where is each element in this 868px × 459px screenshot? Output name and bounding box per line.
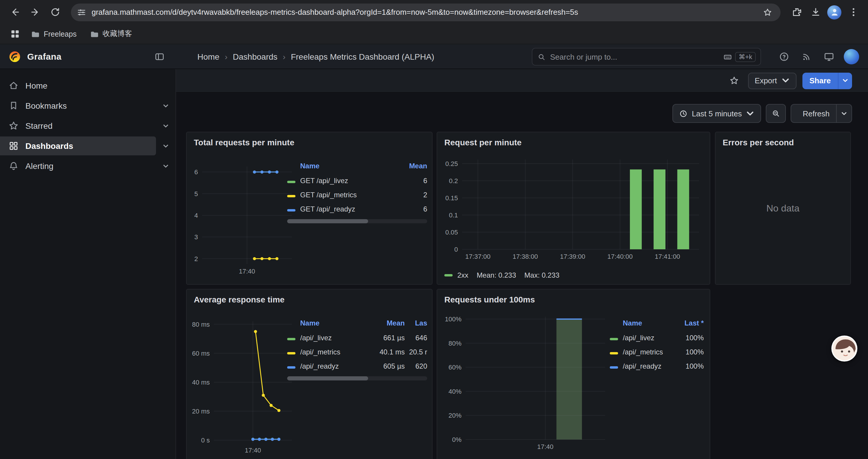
help-icon (779, 52, 789, 62)
legend-row[interactable]: GET /api/_metrics 2 (287, 188, 427, 202)
scrollbar-thumb[interactable] (287, 376, 368, 381)
legend-header-mean[interactable]: Mean (368, 319, 405, 327)
breadcrumb-home[interactable]: Home (197, 52, 219, 61)
sidebar-link-starred[interactable]: Starred (0, 117, 156, 135)
news-button[interactable] (797, 47, 816, 66)
legend-header-mean[interactable]: Mean (397, 162, 427, 170)
folder-icon (31, 29, 40, 39)
series-name[interactable]: 2xx (457, 271, 468, 280)
series-last: 646 (405, 334, 427, 342)
panel-title[interactable]: Total requests per minute (187, 132, 432, 151)
legend-row[interactable]: /api/_metrics 40.1 ms 20.5 r (287, 345, 427, 359)
reload-button[interactable] (46, 3, 64, 21)
export-button[interactable]: Export (748, 72, 797, 89)
search-input[interactable]: Search or jump to... ⌘+k (532, 48, 761, 66)
scrollbar-thumb[interactable] (287, 219, 368, 223)
forward-arrow-icon (29, 6, 40, 18)
user-avatar (844, 49, 859, 64)
forward-button[interactable] (26, 3, 44, 21)
breadcrumb-separator: › (283, 52, 285, 61)
svg-text:80%: 80% (448, 340, 462, 347)
url-input[interactable]: grafana.mathmast.com/d/deytv4rwavabkb/fr… (92, 8, 761, 17)
sidebar-link-bookmarks[interactable]: Bookmarks (0, 96, 156, 115)
refresh-button[interactable]: Refresh (792, 104, 836, 122)
expand-bookmarks-button[interactable] (156, 96, 176, 115)
bookmark-folder-freeleaps[interactable]: Freeleaps (26, 27, 81, 41)
legend-row[interactable]: /api/_livez 661 µs 646 (287, 331, 427, 345)
panel-title[interactable]: Errors per second (716, 132, 850, 151)
bell-icon (8, 161, 19, 171)
legend-row[interactable]: /api/_livez 100% (610, 331, 704, 345)
series-swatch (444, 274, 453, 276)
series-swatch (287, 195, 296, 197)
favorite-dashboard-button[interactable] (726, 72, 742, 89)
svg-text:17:41:00: 17:41:00 (655, 253, 680, 260)
rpm-chart[interactable]: 0.250.20.150.10.05017:37:0017:38:0017:39… (442, 154, 706, 267)
legend-row[interactable]: GET /api/_readyz 6 (287, 202, 427, 216)
legend-header-name[interactable]: Name (300, 162, 397, 170)
legend-row[interactable]: /api/_metrics 100% (610, 345, 704, 359)
avg-response-chart[interactable]: 80 ms60 ms40 ms20 ms0 s17:40 (191, 316, 296, 459)
svg-text:17:37:00: 17:37:00 (465, 253, 491, 260)
dock-menu-button[interactable] (151, 48, 168, 65)
profile-button[interactable] (826, 3, 843, 21)
sidebar-link-home[interactable]: Home (0, 76, 176, 95)
svg-text:17:39:00: 17:39:00 (560, 253, 585, 260)
assistant-avatar[interactable] (831, 335, 857, 362)
share-menu-button[interactable] (838, 72, 852, 89)
legend-header-name[interactable]: Name (300, 319, 368, 327)
star-icon (763, 7, 772, 17)
chevron-down-icon (162, 163, 169, 169)
panel-total-requests: Total requests per minute 6543217:40 Nam… (186, 132, 433, 285)
legend-header-name[interactable]: Name (623, 319, 674, 327)
chevron-down-icon (162, 102, 169, 109)
sidebar-item-label: Dashboards (25, 141, 73, 151)
help-button[interactable] (775, 47, 794, 66)
time-range-label: Last 5 minutes (692, 109, 742, 118)
legend-header-last[interactable]: Las (405, 319, 427, 327)
bookmark-page-button[interactable] (761, 5, 775, 19)
sidebar-link-alerting[interactable]: Alerting (0, 157, 156, 175)
breadcrumb-dashboards[interactable]: Dashboards (233, 52, 277, 61)
legend-scrollbar[interactable] (287, 376, 427, 381)
bookmark-folder-blogs[interactable]: 收藏博客 (85, 27, 137, 41)
panel-title[interactable]: Average response time (187, 290, 432, 308)
url-bar[interactable]: grafana.mathmast.com/d/deytv4rwavabkb/fr… (71, 3, 780, 21)
under-100ms-chart[interactable]: 100%80%60%40%20%0%17:40 (442, 311, 610, 456)
legend-header-last[interactable]: Last * (674, 319, 704, 327)
zoom-out-button[interactable] (766, 104, 786, 123)
extensions-button[interactable] (788, 3, 805, 21)
downloads-button[interactable] (807, 3, 824, 21)
browser-chrome: grafana.mathmast.com/d/deytv4rwavabkb/fr… (0, 0, 868, 44)
svg-text:2: 2 (194, 255, 198, 263)
panel-title[interactable]: Request per minute (437, 132, 710, 151)
sidebar-item-dashboards: Dashboards (0, 136, 176, 155)
dashboard-actions-bar: Export Share (176, 69, 868, 93)
legend-row[interactable]: /api/_readyz 100% (610, 359, 704, 373)
series-mean: 661 µs (368, 334, 405, 342)
browser-menu-button[interactable] (844, 3, 862, 21)
total-requests-chart[interactable]: 6543217:40 (191, 158, 296, 280)
svg-text:0.2: 0.2 (449, 177, 458, 185)
sidebar-link-dashboards[interactable]: Dashboards (0, 136, 156, 155)
expand-dashboards-button[interactable] (156, 136, 176, 155)
legend-scrollbar[interactable] (287, 219, 427, 223)
panel-errors-per-second: Errors per second No data (715, 132, 851, 285)
legend-row[interactable]: /api/_readyz 605 µs 620 (287, 359, 427, 373)
kiosk-button[interactable] (819, 47, 838, 66)
panel-title[interactable]: Requests under 100ms (437, 290, 710, 308)
user-avatar-button[interactable] (842, 47, 861, 66)
series-name: /api/_readyz (300, 362, 368, 370)
expand-starred-button[interactable] (156, 117, 176, 135)
back-button[interactable] (6, 3, 24, 21)
grafana-header: Grafana Home › Dashboards › Freeleaps Me… (0, 44, 868, 69)
refresh-interval-button[interactable] (836, 104, 851, 122)
share-button[interactable]: Share (802, 72, 838, 89)
kebab-menu-icon (848, 6, 859, 18)
time-range-picker[interactable]: Last 5 minutes (673, 104, 761, 123)
chevron-down-icon (162, 123, 169, 129)
expand-alerting-button[interactable] (156, 157, 176, 175)
legend-row[interactable]: GET /api/_livez 6 (287, 174, 427, 188)
apps-button[interactable] (7, 26, 23, 42)
panel-requests-under-100ms: Requests under 100ms 100%80%60%40%20%0%1… (437, 289, 710, 459)
